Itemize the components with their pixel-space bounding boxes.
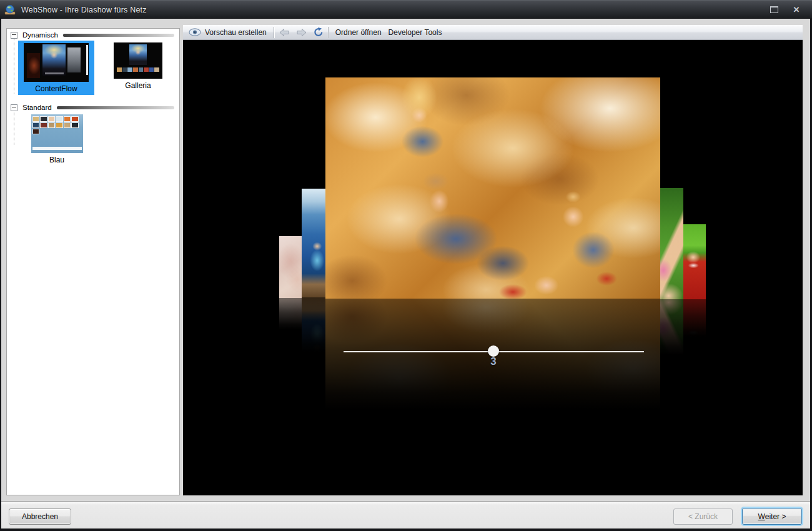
back-nav-label: < Zurück <box>688 512 718 521</box>
close-button[interactable]: ✕ <box>790 4 803 16</box>
titlebar[interactable]: WebShow - Ihre Diashow fürs Netz ✕ <box>0 0 812 19</box>
template-item-label: Blau <box>24 154 89 166</box>
cancel-button[interactable]: Abbrechen <box>9 509 71 525</box>
next-button[interactable]: Weiter > <box>742 508 802 525</box>
photo-autumn-family <box>325 77 660 299</box>
collapse-expander-icon[interactable] <box>11 104 17 111</box>
photo-green <box>660 188 683 299</box>
eye-icon <box>189 28 201 36</box>
window-border <box>0 529 812 531</box>
template-item-galleria[interactable]: Galleria <box>108 41 168 92</box>
maximize-icon <box>770 6 778 13</box>
app-icon <box>4 4 16 15</box>
refresh-button[interactable] <box>310 25 327 39</box>
photo-red <box>683 224 706 299</box>
next-label-accel: W <box>758 512 765 521</box>
footer-bar: Abbrechen < Zurück Weiter > <box>0 501 812 529</box>
window-border <box>0 19 1 531</box>
template-item-label: Galleria <box>108 80 168 92</box>
back-nav-button[interactable]: < Zurück <box>673 509 733 525</box>
forward-button[interactable] <box>293 25 310 39</box>
window-title: WebShow - Ihre Diashow fürs Netz <box>21 6 147 14</box>
toolbar-separator <box>274 27 274 38</box>
photo-figures <box>325 77 660 299</box>
create-preview-button[interactable]: Vorschau erstellen <box>183 25 272 39</box>
developer-tools-button[interactable]: Developer Tools <box>387 25 448 39</box>
group-rule <box>57 106 174 109</box>
contentflow-thumbnail <box>24 43 89 82</box>
template-item-blau[interactable]: Blau <box>24 114 89 166</box>
open-folder-button[interactable]: Ordner öffnen <box>330 25 387 39</box>
open-folder-label: Ordner öffnen <box>335 28 382 37</box>
slideshow-slider-value: 3 <box>485 355 502 368</box>
toolbar: Vorschau erstellen Ordner öffnen Develop… <box>183 25 803 40</box>
coverflow-image-near-right[interactable] <box>660 188 683 299</box>
group-header-dynamisch: Dynamisch <box>7 29 179 39</box>
back-arrow-icon <box>279 28 290 37</box>
group-header-standard: Standard <box>7 101 179 112</box>
forward-arrow-icon <box>296 28 307 37</box>
coverflow-image-center[interactable] <box>325 77 660 299</box>
toolbar-separator <box>328 27 329 38</box>
template-item-label: ContentFlow <box>18 83 94 95</box>
template-item-contentflow[interactable]: ContentFlow <box>18 41 94 95</box>
group-label: Dynamisch <box>21 31 59 39</box>
tree-guide <box>14 106 14 145</box>
create-preview-label: Vorschau erstellen <box>205 28 267 37</box>
developer-tools-label: Developer Tools <box>389 28 442 37</box>
reflection <box>683 299 706 337</box>
group-rule <box>63 34 174 37</box>
maximize-button[interactable] <box>767 4 781 16</box>
group-label: Standard <box>21 104 53 111</box>
template-sidebar: Dynamisch ContentFlow <box>6 28 180 495</box>
refresh-icon <box>314 27 324 37</box>
cancel-label: Abbrechen <box>22 512 58 521</box>
galleria-thumbnail <box>114 42 162 79</box>
next-label-rest: eiter > <box>765 512 786 521</box>
coverflow-image-far-right[interactable] <box>683 224 706 299</box>
back-button[interactable] <box>275 25 293 39</box>
close-icon: ✕ <box>793 6 800 14</box>
reflection <box>660 299 683 355</box>
tree-guide <box>14 39 14 94</box>
blau-thumbnail <box>31 114 83 153</box>
slideshow-preview: 3 <box>183 40 803 495</box>
collapse-expander-icon[interactable] <box>11 32 17 39</box>
